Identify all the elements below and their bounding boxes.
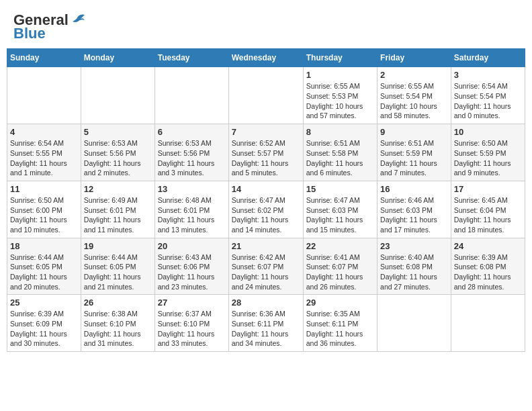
day-number: 24	[454, 241, 522, 251]
day-number: 12	[84, 184, 152, 194]
week-row-1: 1Sunrise: 6:55 AM Sunset: 5:53 PM Daylig…	[7, 67, 525, 124]
col-saturday: Saturday	[451, 49, 525, 67]
day-number: 23	[380, 241, 448, 251]
day-cell: 2Sunrise: 6:55 AM Sunset: 5:54 PM Daylig…	[378, 67, 451, 124]
day-info: Sunrise: 6:35 AM Sunset: 6:11 PM Dayligh…	[306, 309, 374, 349]
day-number: 19	[84, 241, 152, 251]
col-wednesday: Wednesday	[228, 49, 303, 67]
col-friday: Friday	[378, 49, 451, 67]
day-cell: 5Sunrise: 6:53 AM Sunset: 5:56 PM Daylig…	[81, 124, 154, 181]
day-cell: 16Sunrise: 6:46 AM Sunset: 6:03 PM Dayli…	[378, 181, 451, 238]
day-number: 22	[306, 241, 374, 251]
day-number: 14	[232, 184, 300, 194]
day-cell: 24Sunrise: 6:39 AM Sunset: 6:08 PM Dayli…	[451, 238, 525, 295]
day-number: 7	[232, 127, 300, 137]
day-cell: 12Sunrise: 6:49 AM Sunset: 6:01 PM Dayli…	[81, 181, 154, 238]
day-number: 6	[158, 127, 226, 137]
day-number: 26	[84, 298, 152, 308]
day-cell: 3Sunrise: 6:54 AM Sunset: 5:54 PM Daylig…	[451, 67, 525, 124]
day-number: 28	[232, 298, 300, 308]
day-cell: 9Sunrise: 6:51 AM Sunset: 5:59 PM Daylig…	[378, 124, 451, 181]
week-row-4: 18Sunrise: 6:44 AM Sunset: 6:05 PM Dayli…	[7, 238, 525, 295]
day-cell: 14Sunrise: 6:47 AM Sunset: 6:02 PM Dayli…	[228, 181, 303, 238]
day-number: 9	[380, 127, 448, 137]
day-number: 27	[158, 298, 226, 308]
logo-blue: Blue	[13, 26, 46, 42]
week-row-3: 11Sunrise: 6:50 AM Sunset: 6:00 PM Dayli…	[7, 181, 525, 238]
day-info: Sunrise: 6:36 AM Sunset: 6:11 PM Dayligh…	[232, 309, 300, 349]
day-cell	[7, 67, 81, 124]
day-info: Sunrise: 6:51 AM Sunset: 5:59 PM Dayligh…	[380, 138, 448, 178]
col-tuesday: Tuesday	[154, 49, 228, 67]
day-cell: 11Sunrise: 6:50 AM Sunset: 6:00 PM Dayli…	[7, 181, 81, 238]
logo: General Blue	[13, 12, 86, 42]
day-cell: 10Sunrise: 6:50 AM Sunset: 5:59 PM Dayli…	[451, 124, 525, 181]
day-number: 18	[10, 241, 78, 251]
day-number: 5	[84, 127, 152, 137]
day-cell: 29Sunrise: 6:35 AM Sunset: 6:11 PM Dayli…	[303, 295, 377, 352]
day-cell	[451, 295, 525, 352]
day-cell: 21Sunrise: 6:42 AM Sunset: 6:07 PM Dayli…	[228, 238, 303, 295]
header-row: Sunday Monday Tuesday Wednesday Thursday…	[7, 49, 525, 67]
day-cell: 20Sunrise: 6:43 AM Sunset: 6:06 PM Dayli…	[154, 238, 228, 295]
day-info: Sunrise: 6:49 AM Sunset: 6:01 PM Dayligh…	[84, 195, 152, 235]
day-cell: 4Sunrise: 6:54 AM Sunset: 5:55 PM Daylig…	[7, 124, 81, 181]
day-info: Sunrise: 6:44 AM Sunset: 6:05 PM Dayligh…	[10, 253, 78, 292]
day-info: Sunrise: 6:37 AM Sunset: 6:10 PM Dayligh…	[158, 309, 226, 349]
day-info: Sunrise: 6:40 AM Sunset: 6:08 PM Dayligh…	[380, 253, 448, 292]
day-info: Sunrise: 6:53 AM Sunset: 5:56 PM Dayligh…	[84, 138, 152, 178]
day-cell: 25Sunrise: 6:39 AM Sunset: 6:09 PM Dayli…	[7, 295, 81, 352]
day-info: Sunrise: 6:39 AM Sunset: 6:08 PM Dayligh…	[454, 253, 522, 292]
day-number: 8	[306, 127, 374, 137]
day-number: 29	[306, 298, 374, 308]
day-number: 3	[454, 70, 522, 80]
day-number: 11	[10, 184, 78, 194]
day-info: Sunrise: 6:51 AM Sunset: 5:58 PM Dayligh…	[306, 138, 374, 178]
week-row-5: 25Sunrise: 6:39 AM Sunset: 6:09 PM Dayli…	[7, 295, 525, 352]
day-info: Sunrise: 6:54 AM Sunset: 5:54 PM Dayligh…	[454, 81, 522, 121]
day-cell	[378, 295, 451, 352]
col-thursday: Thursday	[303, 49, 377, 67]
day-cell	[154, 67, 228, 124]
day-number: 25	[10, 298, 78, 308]
day-info: Sunrise: 6:50 AM Sunset: 5:59 PM Dayligh…	[454, 138, 522, 178]
day-number: 2	[380, 70, 448, 80]
day-cell: 8Sunrise: 6:51 AM Sunset: 5:58 PM Daylig…	[303, 124, 377, 181]
day-cell: 13Sunrise: 6:48 AM Sunset: 6:01 PM Dayli…	[154, 181, 228, 238]
day-info: Sunrise: 6:55 AM Sunset: 5:53 PM Dayligh…	[306, 81, 374, 121]
calendar-table: Sunday Monday Tuesday Wednesday Thursday…	[7, 48, 525, 352]
day-info: Sunrise: 6:47 AM Sunset: 6:02 PM Dayligh…	[232, 195, 300, 235]
day-cell: 23Sunrise: 6:40 AM Sunset: 6:08 PM Dayli…	[378, 238, 451, 295]
day-number: 17	[454, 184, 522, 194]
day-number: 10	[454, 127, 522, 137]
day-cell: 27Sunrise: 6:37 AM Sunset: 6:10 PM Dayli…	[154, 295, 228, 352]
day-info: Sunrise: 6:52 AM Sunset: 5:57 PM Dayligh…	[232, 138, 300, 178]
day-info: Sunrise: 6:42 AM Sunset: 6:07 PM Dayligh…	[232, 253, 300, 292]
day-info: Sunrise: 6:48 AM Sunset: 6:01 PM Dayligh…	[158, 195, 226, 235]
day-cell: 15Sunrise: 6:47 AM Sunset: 6:03 PM Dayli…	[303, 181, 377, 238]
day-number: 21	[232, 241, 300, 251]
day-number: 13	[158, 184, 226, 194]
week-row-2: 4Sunrise: 6:54 AM Sunset: 5:55 PM Daylig…	[7, 124, 525, 181]
day-cell: 26Sunrise: 6:38 AM Sunset: 6:10 PM Dayli…	[81, 295, 154, 352]
day-number: 20	[158, 241, 226, 251]
day-info: Sunrise: 6:43 AM Sunset: 6:06 PM Dayligh…	[158, 253, 226, 292]
day-info: Sunrise: 6:41 AM Sunset: 6:07 PM Dayligh…	[306, 253, 374, 292]
day-info: Sunrise: 6:50 AM Sunset: 6:00 PM Dayligh…	[10, 195, 78, 235]
day-info: Sunrise: 6:53 AM Sunset: 5:56 PM Dayligh…	[158, 138, 226, 178]
day-cell: 7Sunrise: 6:52 AM Sunset: 5:57 PM Daylig…	[228, 124, 303, 181]
day-info: Sunrise: 6:46 AM Sunset: 6:03 PM Dayligh…	[380, 195, 448, 235]
col-monday: Monday	[81, 49, 154, 67]
day-cell	[228, 67, 303, 124]
day-info: Sunrise: 6:38 AM Sunset: 6:10 PM Dayligh…	[84, 309, 152, 349]
header: General Blue	[7, 7, 525, 44]
day-cell: 28Sunrise: 6:36 AM Sunset: 6:11 PM Dayli…	[228, 295, 303, 352]
day-number: 15	[306, 184, 374, 194]
day-cell	[81, 67, 154, 124]
day-cell: 1Sunrise: 6:55 AM Sunset: 5:53 PM Daylig…	[303, 67, 377, 124]
day-number: 4	[10, 127, 78, 137]
day-info: Sunrise: 6:54 AM Sunset: 5:55 PM Dayligh…	[10, 138, 78, 178]
day-cell: 6Sunrise: 6:53 AM Sunset: 5:56 PM Daylig…	[154, 124, 228, 181]
day-info: Sunrise: 6:45 AM Sunset: 6:04 PM Dayligh…	[454, 195, 522, 235]
day-info: Sunrise: 6:44 AM Sunset: 6:05 PM Dayligh…	[84, 253, 152, 292]
